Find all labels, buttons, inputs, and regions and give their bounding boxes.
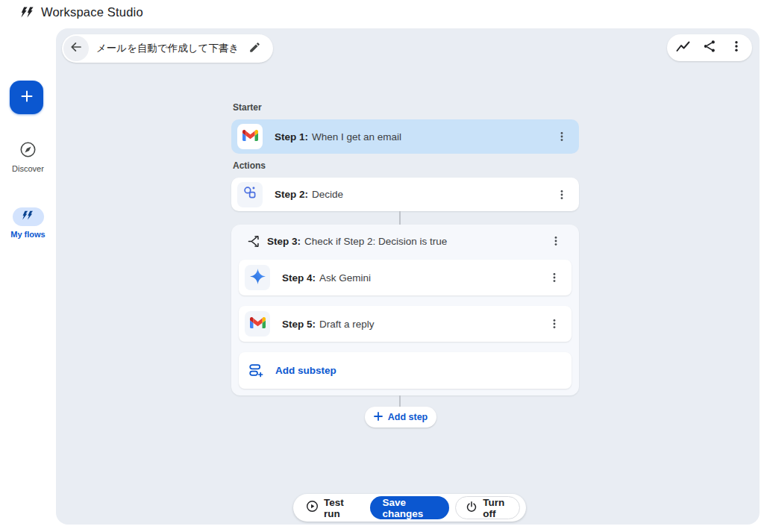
compass-icon [19,141,37,161]
step-1-menu-button[interactable] [552,127,572,146]
add-substep-button[interactable]: Add substep [239,352,572,389]
flow-title: メールを自動で作成して下書き [96,42,239,55]
back-button[interactable] [63,36,89,61]
step-connector [399,211,401,225]
sidebar-item-label: Discover [0,164,56,173]
step-2-menu-button[interactable] [552,185,572,204]
activity-button[interactable] [669,34,696,61]
flow-title-bar: メールを自動で作成して下書き [62,34,273,63]
step-title: Decide [312,189,343,200]
branch-icon [248,235,260,248]
plus-icon [374,410,383,424]
share-icon [703,40,716,56]
test-run-button[interactable]: Test run [303,497,355,519]
edit-title-button[interactable] [246,40,263,57]
step-title: Ask Gemini [319,272,371,284]
step-title: When I get an email [312,131,401,143]
edit-pencil-icon [248,41,261,57]
app-tile [237,124,263,149]
flows-logo-icon [22,210,34,224]
step-title: Draft a reply [319,319,375,330]
power-icon [466,501,478,516]
activity-chart-icon [676,41,690,55]
gmail-icon [242,129,258,144]
app-tile [237,182,263,207]
add-step-button[interactable]: Add step [365,407,436,428]
add-step-label: Add step [388,412,428,422]
sidebar-item-my-flows[interactable]: My flows [0,207,56,239]
share-button[interactable] [696,34,723,61]
step-5-card[interactable]: Step 5: Draft a reply [239,306,572,342]
step-prefix: Step 3: [267,236,301,247]
gemini-icon [250,269,266,287]
starter-section-label: Starter [233,102,262,113]
left-sidebar: Discover My flows [0,27,56,532]
back-arrow-icon [69,40,83,57]
test-run-label: Test run [324,497,352,519]
flow-canvas: メールを自動で作成して下書き [56,28,760,525]
step-prefix: Step 2: [275,189,308,200]
branch-container: Step 3: Check if Step 2: Decision is tru… [231,225,579,395]
app-header: Workspace Studio [0,0,764,27]
step-2-card[interactable]: Step 2: Decide [231,178,579,211]
app-tile [245,311,270,337]
more-menu-button[interactable] [723,34,750,61]
step-connector [399,395,401,407]
selected-pill [13,207,44,226]
gmail-icon [250,316,266,331]
step-5-menu-button[interactable] [545,314,564,334]
step-title: Check if Step 2: Decision is true [304,236,447,247]
more-vert-icon [730,40,743,56]
step-prefix: Step 5: [282,319,316,330]
step-prefix: Step 1: [275,131,308,143]
step-3-card[interactable]: Step 3: Check if Step 2: Decision is tru… [231,226,579,256]
save-changes-label: Save changes [383,497,437,519]
turn-off-label: Turn off [483,497,510,519]
sidebar-item-label: My flows [0,230,56,239]
add-substep-icon [249,363,263,378]
app-title: Workspace Studio [41,5,143,19]
step-1-card[interactable]: Step 1: When I get an email [231,119,579,154]
plus-icon [20,90,34,106]
step-prefix: Step 4: [282,272,316,284]
app-tile [245,265,270,290]
step-3-menu-button[interactable] [546,231,566,251]
footer-action-bar: Test run Save changes Turn off [293,494,526,522]
turn-off-button[interactable]: Turn off [455,496,520,519]
step-4-menu-button[interactable] [545,268,564,287]
play-circle-icon [306,500,319,516]
canvas-actions-bar [667,34,752,61]
workspace-studio-logo-icon [20,7,35,19]
decide-icon [243,186,257,203]
save-changes-button[interactable]: Save changes [370,496,450,519]
sidebar-item-discover[interactable]: Discover [0,142,56,173]
add-substep-label: Add substep [275,365,336,376]
step-4-card[interactable]: Step 4: Ask Gemini [239,260,572,295]
actions-section-label: Actions [233,160,266,171]
new-flow-button[interactable] [10,81,43,114]
